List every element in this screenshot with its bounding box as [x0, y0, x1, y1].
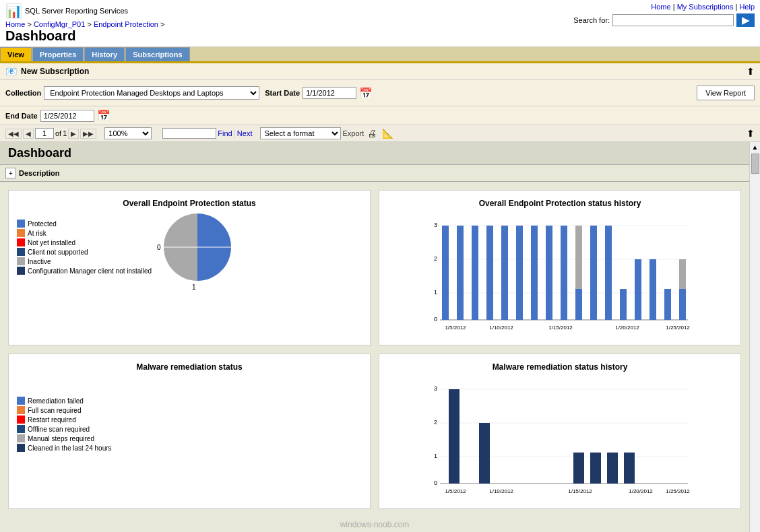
svg-rect-26 [679, 289, 686, 320]
svg-text:1/10/2012: 1/10/2012 [489, 488, 513, 494]
search-label: Search for: [573, 16, 610, 24]
find-button[interactable]: Find [218, 129, 232, 137]
export-button[interactable]: Export [342, 129, 364, 137]
legend-item-not-supported: Client not supported [17, 248, 152, 256]
chart-4-title: Malware remediation status history [387, 362, 732, 372]
print-button[interactable]: 🖨 [365, 127, 379, 139]
svg-rect-21 [605, 226, 612, 320]
svg-text:1/5/2012: 1/5/2012 [445, 325, 466, 331]
breadcrumb-home[interactable]: Home [5, 20, 25, 28]
legend-offline-scan: Offline scan required [17, 425, 125, 433]
search-input[interactable] [612, 14, 734, 26]
prev-page-button[interactable]: ◀ [23, 129, 34, 139]
svg-text:1/25/2012: 1/25/2012 [666, 488, 690, 494]
tab-properties[interactable]: Properties [32, 47, 84, 61]
page-number-input[interactable] [35, 128, 54, 139]
end-date-calendar-button[interactable]: 📅 [97, 109, 110, 122]
next-find-button[interactable]: Next [237, 129, 253, 137]
expand-description-button[interactable]: + [5, 168, 16, 178]
page-of-label: of [55, 129, 61, 137]
start-date-calendar-button[interactable]: 📅 [359, 87, 373, 100]
legend-manual-steps: Manual steps required [17, 434, 125, 442]
chart-3-title: Malware remediation status [17, 362, 362, 372]
format-select[interactable]: Select a format XML CSV PDF MHTML Excel … [260, 127, 341, 139]
tab-subscriptions[interactable]: Subscriptions [125, 47, 189, 61]
filters-bar-2: End Date 📅 [0, 106, 760, 125]
svg-rect-19 [575, 226, 582, 289]
legend-item-protected: Protected [17, 220, 152, 228]
legend-item-inactive: Inactive [17, 257, 152, 265]
chart-panel-1: Overall Endpoint Protection status Prote… [8, 190, 371, 345]
toolbar: ◀◀ ◀ of 1 ▶ ▶▶ 100% 75% 50% 125% 150% 20… [0, 125, 760, 142]
svg-rect-12 [486, 226, 493, 320]
nav-links: Home | My Subscriptions | Help [651, 3, 755, 11]
svg-rect-45 [607, 453, 618, 484]
svg-text:3: 3 [434, 385, 437, 392]
svg-text:1/15/2012: 1/15/2012 [568, 488, 592, 494]
my-subscriptions-link[interactable]: My Subscriptions [677, 3, 734, 11]
first-page-button[interactable]: ◀◀ [5, 129, 22, 139]
svg-text:1: 1 [434, 453, 437, 459]
dashboard-title-bar: Dashboard [0, 142, 749, 165]
start-date-input[interactable] [303, 87, 356, 99]
toolbar-separator-2: | [234, 129, 236, 138]
svg-rect-16 [546, 226, 552, 320]
description-bar: + Description [0, 165, 749, 182]
subscription-title: New Subscription [21, 67, 89, 76]
layout-button[interactable]: 📐 [380, 127, 395, 139]
svg-text:1/15/2012: 1/15/2012 [548, 325, 573, 331]
pie-label-0: 0 [157, 244, 161, 251]
svg-rect-22 [620, 289, 627, 320]
start-date-label: Start Date [265, 89, 300, 97]
scroll-thumb[interactable] [751, 154, 759, 174]
collapse-subscription-button[interactable]: ⬆ [747, 66, 755, 77]
chart-panel-3: Malware remediation status Remediation f… [8, 354, 371, 509]
view-report-button[interactable]: View Report [697, 86, 755, 100]
subscription-bar: 📧 New Subscription ⬆ [0, 63, 760, 80]
legend-restart: Restart required [17, 415, 125, 424]
breadcrumb-endpoint[interactable]: Endpoint Protection [94, 20, 158, 28]
last-page-button[interactable]: ▶▶ [80, 129, 96, 139]
description-label: Description [19, 169, 60, 177]
home-link[interactable]: Home [651, 3, 670, 11]
search-button[interactable]: ▶ [736, 13, 755, 27]
ssrs-icon: 📊 [5, 3, 22, 19]
tab-history[interactable]: History [84, 47, 125, 61]
svg-text:2: 2 [434, 255, 437, 262]
svg-rect-13 [501, 226, 508, 320]
legend-item-not-installed: Not yet installed [17, 238, 152, 246]
chart-2-svg: 3 2 1 0 [387, 213, 732, 335]
end-date-label: End Date [5, 112, 38, 120]
svg-rect-46 [624, 453, 635, 484]
chart-1-legend: Protected At risk Not yet installed Clie… [17, 220, 152, 275]
help-link[interactable]: Help [739, 3, 755, 11]
svg-rect-41 [449, 389, 460, 484]
find-input[interactable] [162, 128, 216, 139]
breadcrumb-configmgr[interactable]: ConfigMgr_P01 [34, 20, 85, 28]
end-date-input[interactable] [40, 110, 94, 122]
tab-bar: View Properties History Subscriptions [0, 47, 760, 63]
next-page-button[interactable]: ▶ [68, 129, 79, 139]
legend-full-scan: Full scan required [17, 406, 125, 414]
pie-chart-svg [164, 213, 231, 281]
collection-group: Collection Endpoint Protection Managed D… [5, 86, 259, 100]
collection-select[interactable]: Endpoint Protection Managed Desktops and… [44, 86, 259, 100]
chart-2-title: Overall Endpoint Protection status histo… [387, 199, 732, 208]
tab-view[interactable]: View [0, 47, 32, 61]
zoom-select[interactable]: 100% 75% 50% 125% 150% 200% [104, 127, 152, 139]
collapse-toolbar-button[interactable]: ⬆ [747, 128, 755, 139]
svg-text:3: 3 [434, 222, 437, 228]
charts-grid: Overall Endpoint Protection status Prote… [0, 182, 749, 517]
scroll-up-button[interactable]: ▲ [751, 142, 760, 152]
breadcrumb: Home > ConfigMgr_P01 > Endpoint Protecti… [5, 20, 164, 28]
chart-panel-2: Overall Endpoint Protection status histo… [379, 190, 741, 345]
svg-rect-25 [664, 289, 671, 320]
scrollbar[interactable]: ▲ ▼ [749, 142, 760, 532]
svg-rect-42 [479, 423, 490, 484]
svg-text:0: 0 [434, 316, 437, 323]
svg-rect-20 [590, 226, 597, 320]
svg-text:0: 0 [434, 479, 437, 486]
chart-4-svg: 3 2 1 0 [387, 377, 732, 498]
chart-1-title: Overall Endpoint Protection status [17, 199, 362, 208]
watermark: windows-noob.com [0, 517, 749, 532]
